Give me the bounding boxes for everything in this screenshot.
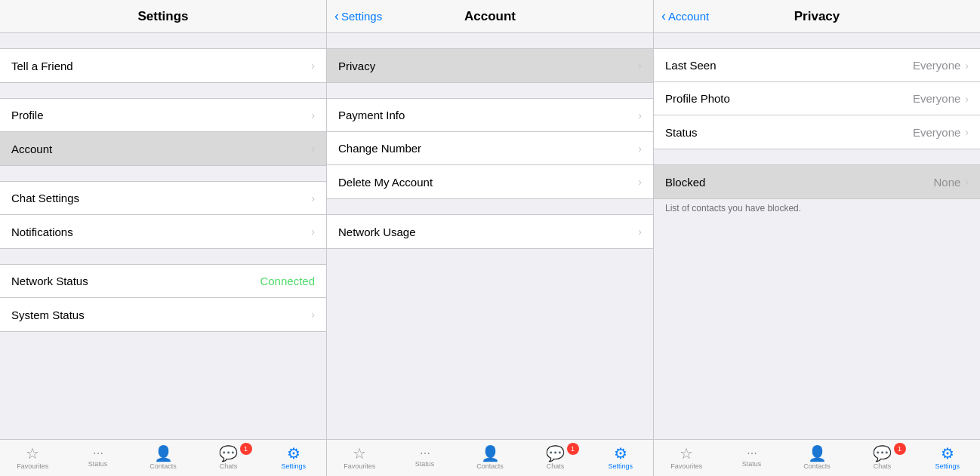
list-item-right: Everyone›	[913, 59, 969, 72]
list-item[interactable]: Change Number›	[327, 132, 653, 165]
list-item[interactable]: Privacy›	[327, 49, 653, 82]
list-item[interactable]: Payment Info›	[327, 99, 653, 132]
list-item-right: ›	[311, 309, 315, 321]
back-button[interactable]: ‹Settings	[334, 8, 382, 24]
tab-favourites-label: Favourites	[344, 462, 375, 470]
tab-settings-label: Settings	[609, 462, 633, 470]
tab-status[interactable]: ⋯Status	[392, 440, 457, 476]
tab-bar: ☆Favourites⋯Status👤Contacts💬1Chats⚙Setti…	[0, 439, 326, 476]
tab-settings[interactable]: ⚙Settings	[588, 440, 653, 476]
back-button[interactable]: ‹Account	[661, 8, 709, 24]
list-item[interactable]: Tell a Friend›	[0, 49, 326, 82]
tab-favourites-label: Favourites	[17, 462, 48, 470]
section-1: BlockedNone›	[654, 164, 980, 199]
list-item-value: Connected	[260, 275, 315, 287]
chevron-icon: ›	[965, 93, 969, 105]
chevron-icon: ›	[638, 176, 642, 188]
list-item-right: ›	[311, 109, 315, 121]
tab-contacts-label: Contacts	[149, 462, 177, 470]
list-item-label: Profile Photo	[665, 92, 730, 105]
list-item[interactable]: BlockedNone›	[654, 165, 980, 198]
list-item-label: Tell a Friend	[11, 60, 73, 72]
tab-settings[interactable]: ⚙Settings	[261, 440, 326, 476]
chevron-icon: ›	[965, 176, 969, 188]
list-item-right: ›	[638, 143, 642, 155]
list-item[interactable]: Account›	[0, 132, 326, 165]
list-item[interactable]: StatusEveryone›	[654, 115, 980, 149]
list-item[interactable]: Network Usage›	[327, 215, 653, 248]
back-label: Account	[668, 10, 709, 23]
tab-favourites[interactable]: ☆Favourites	[0, 440, 65, 476]
list-item-label: Chat Settings	[11, 192, 79, 204]
tab-status-icon: ⋯	[747, 448, 757, 459]
tab-settings-icon: ⚙	[287, 446, 300, 461]
list-item[interactable]: Chat Settings›	[0, 182, 326, 215]
chevron-icon: ›	[638, 226, 642, 238]
list-item-right: ›	[311, 226, 315, 238]
list-item-label: Payment Info	[338, 109, 405, 121]
nav-bar: ‹AccountPrivacy	[654, 0, 980, 33]
chevron-icon: ›	[311, 226, 315, 238]
tab-status-label: Status	[742, 460, 762, 468]
list-item[interactable]: Last SeenEveryone›	[654, 49, 980, 82]
section-0: Privacy›	[327, 48, 653, 83]
tab-badge: 1	[240, 443, 252, 455]
section-1: Profile›Account›	[0, 98, 326, 166]
chevron-icon: ›	[638, 109, 642, 121]
list-item[interactable]: Network StatusConnected	[0, 265, 326, 298]
list-item[interactable]: Profile PhotoEveryone›	[654, 82, 980, 115]
list-item[interactable]: Delete My Account›	[327, 165, 653, 198]
chevron-icon: ›	[638, 143, 642, 155]
list-item-label: Network Usage	[338, 226, 416, 238]
nav-bar: Settings	[0, 0, 326, 33]
tab-contacts[interactable]: 👤Contacts	[458, 440, 522, 476]
list-item-right: Everyone›	[913, 92, 969, 105]
tab-contacts-icon: 👤	[481, 446, 500, 461]
tab-settings[interactable]: ⚙Settings	[915, 440, 980, 476]
list-item-right: None›	[933, 176, 969, 189]
tab-bar: ☆Favourites⋯Status👤Contacts💬1Chats⚙Setti…	[327, 439, 653, 476]
tab-chats[interactable]: 💬1Chats	[196, 440, 260, 476]
section-1: Payment Info›Change Number›Delete My Acc…	[327, 98, 653, 199]
list-item-label: Delete My Account	[338, 176, 433, 189]
tab-favourites-icon: ☆	[26, 446, 39, 461]
tab-contacts[interactable]: 👤Contacts	[131, 440, 196, 476]
list-item-right: ›	[311, 60, 315, 72]
tab-contacts[interactable]: 👤Contacts	[784, 440, 849, 476]
tab-chats[interactable]: 💬1Chats	[522, 440, 587, 476]
tab-favourites[interactable]: ☆Favourites	[654, 440, 719, 476]
tab-status[interactable]: ⋯Status	[65, 440, 130, 476]
list-item-label: Privacy	[338, 60, 375, 72]
back-label: Settings	[341, 10, 382, 23]
tab-chats-label: Chats	[220, 462, 238, 470]
list-item-right: Everyone›	[913, 126, 969, 139]
tab-status-label: Status	[88, 460, 108, 468]
list-item[interactable]: Profile›	[0, 99, 326, 132]
section-3: Network StatusConnectedSystem Status›	[0, 264, 326, 332]
list-item-label: Blocked	[665, 176, 705, 189]
list-item[interactable]: Notifications›	[0, 215, 326, 248]
tab-contacts-icon: 👤	[154, 446, 173, 461]
tab-badge: 1	[567, 443, 579, 455]
tab-favourites-label: Favourites	[670, 462, 702, 470]
tab-chats-label: Chats	[874, 462, 892, 470]
list-item-right: ›	[638, 60, 642, 72]
list-item-right: Connected	[260, 275, 315, 287]
tab-settings-icon: ⚙	[941, 446, 954, 461]
tab-chats[interactable]: 💬1Chats	[849, 440, 914, 476]
tab-contacts-label: Contacts	[803, 462, 831, 470]
section-0: Tell a Friend›	[0, 48, 326, 83]
list-item-label: Account	[11, 143, 52, 155]
tab-contacts-icon: 👤	[808, 446, 827, 461]
tab-favourites[interactable]: ☆Favourites	[327, 440, 392, 476]
list-item-right: ›	[638, 109, 642, 121]
tab-status-icon: ⋯	[93, 448, 103, 459]
panel-settings: SettingsTell a Friend›Profile›Account›Ch…	[0, 0, 327, 476]
chevron-icon: ›	[311, 192, 315, 204]
tab-status[interactable]: ⋯Status	[719, 440, 784, 476]
panel-privacy: ‹AccountPrivacyLast SeenEveryone›Profile…	[654, 0, 980, 476]
tab-chats-icon: 💬	[546, 446, 565, 461]
list-item-right: ›	[311, 192, 315, 204]
panel-account: ‹SettingsAccountPrivacy›Payment Info›Cha…	[327, 0, 654, 476]
list-item[interactable]: System Status›	[0, 298, 326, 331]
